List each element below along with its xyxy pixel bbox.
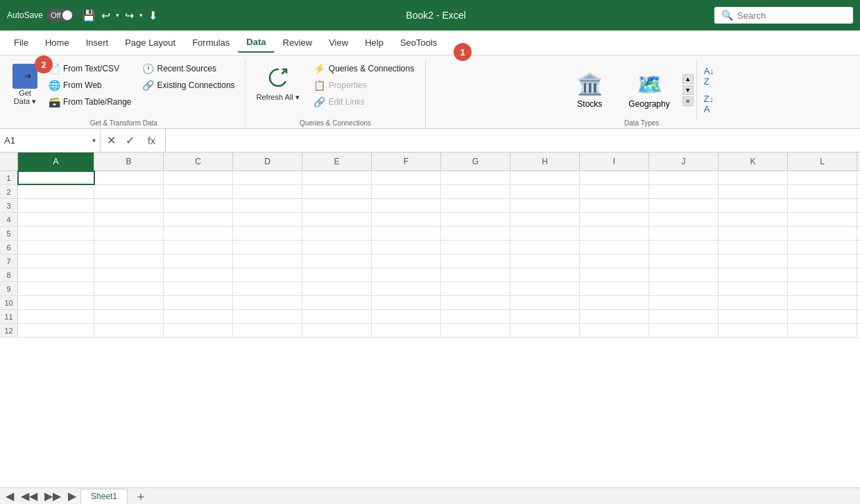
cell-C10[interactable] bbox=[164, 296, 233, 309]
cell-J6[interactable] bbox=[649, 241, 719, 254]
cell-D4[interactable] bbox=[233, 213, 302, 226]
menu-data[interactable]: Data bbox=[238, 33, 274, 53]
cell-H9[interactable] bbox=[510, 282, 580, 295]
cell-L6[interactable] bbox=[788, 241, 857, 254]
edit-links-btn[interactable]: 🔗 Edit Links bbox=[308, 94, 420, 110]
cell-H6[interactable] bbox=[510, 241, 580, 254]
cell-F4[interactable] bbox=[372, 213, 441, 226]
cell-K8[interactable] bbox=[719, 268, 788, 281]
cell-H12[interactable] bbox=[510, 324, 580, 337]
search-input[interactable] bbox=[737, 10, 841, 21]
cell-G3[interactable] bbox=[441, 199, 510, 212]
cell-B3[interactable] bbox=[94, 199, 164, 212]
cell-L9[interactable] bbox=[788, 282, 857, 295]
cell-C7[interactable] bbox=[164, 254, 233, 268]
cell-E11[interactable] bbox=[302, 310, 372, 323]
cell-A6[interactable] bbox=[18, 241, 94, 254]
cell-L2[interactable] bbox=[788, 185, 857, 198]
cell-A2[interactable] bbox=[18, 185, 94, 198]
cell-C3[interactable] bbox=[164, 199, 233, 212]
redo-icon[interactable]: ↪ bbox=[125, 9, 134, 22]
cell-I5[interactable] bbox=[580, 227, 649, 240]
cell-A8[interactable] bbox=[18, 268, 94, 281]
cell-E12[interactable] bbox=[302, 324, 372, 337]
cell-C12[interactable] bbox=[164, 324, 233, 337]
cell-B12[interactable] bbox=[94, 324, 164, 337]
cell-D7[interactable] bbox=[233, 254, 302, 268]
cell-F11[interactable] bbox=[372, 310, 441, 323]
cell-D10[interactable] bbox=[233, 296, 302, 309]
cell-K3[interactable] bbox=[719, 199, 788, 212]
from-text-csv-btn[interactable]: 📄 From Text/CSV bbox=[44, 61, 136, 76]
cell-F3[interactable] bbox=[372, 199, 441, 212]
cell-H1[interactable] bbox=[510, 171, 580, 184]
tab-nav-next[interactable]: ▶ bbox=[65, 489, 79, 503]
col-header-l[interactable]: L bbox=[788, 153, 857, 171]
cell-B5[interactable] bbox=[94, 227, 164, 240]
formula-cancel-btn[interactable]: ✕ bbox=[105, 134, 118, 147]
cell-G11[interactable] bbox=[441, 310, 510, 323]
formula-fx-btn[interactable]: fx bbox=[142, 135, 161, 146]
col-header-b[interactable]: B bbox=[94, 153, 164, 171]
cell-B1[interactable] bbox=[94, 171, 164, 184]
refresh-all-button[interactable]: Refresh All ▾ bbox=[251, 61, 305, 105]
search-box[interactable]: 🔍 bbox=[714, 7, 853, 24]
cell-E10[interactable] bbox=[302, 296, 372, 309]
tab-nav-first[interactable]: ◀◀ bbox=[18, 489, 40, 503]
cell-A10[interactable] bbox=[18, 296, 94, 309]
name-box[interactable]: A1 ▾ bbox=[0, 129, 101, 152]
cell-E7[interactable] bbox=[302, 254, 372, 268]
cell-D11[interactable] bbox=[233, 310, 302, 323]
cell-H3[interactable] bbox=[510, 199, 580, 212]
cell-I1[interactable] bbox=[580, 171, 649, 184]
menu-view[interactable]: View bbox=[320, 33, 356, 52]
cell-I2[interactable] bbox=[580, 185, 649, 198]
cell-G6[interactable] bbox=[441, 241, 510, 254]
cell-B10[interactable] bbox=[94, 296, 164, 309]
cell-C2[interactable] bbox=[164, 185, 233, 198]
cell-L12[interactable] bbox=[788, 324, 857, 337]
cell-C5[interactable] bbox=[164, 227, 233, 240]
cell-C11[interactable] bbox=[164, 310, 233, 323]
undo-dropdown-icon[interactable]: ▾ bbox=[116, 12, 119, 19]
autosave-toggle[interactable]: Off bbox=[47, 9, 74, 21]
cell-E5[interactable] bbox=[302, 227, 372, 240]
queries-connections-btn[interactable]: ⚡ Queries & Connections bbox=[308, 61, 420, 76]
cell-J7[interactable] bbox=[649, 254, 719, 268]
cell-F6[interactable] bbox=[372, 241, 441, 254]
col-header-f[interactable]: F bbox=[372, 153, 441, 171]
cell-K1[interactable] bbox=[719, 171, 788, 184]
cell-G1[interactable] bbox=[441, 171, 510, 184]
cell-K12[interactable] bbox=[719, 324, 788, 337]
cell-I10[interactable] bbox=[580, 296, 649, 309]
cell-L10[interactable] bbox=[788, 296, 857, 309]
col-header-a[interactable]: A bbox=[18, 153, 94, 171]
cell-K10[interactable] bbox=[719, 296, 788, 309]
col-header-h[interactable]: H bbox=[510, 153, 580, 171]
cell-C9[interactable] bbox=[164, 282, 233, 295]
save-icon[interactable]: 💾 bbox=[82, 9, 96, 22]
cell-G7[interactable] bbox=[441, 254, 510, 268]
cell-K6[interactable] bbox=[719, 241, 788, 254]
cell-E3[interactable] bbox=[302, 199, 372, 212]
menu-home[interactable]: Home bbox=[37, 33, 78, 52]
cell-L3[interactable] bbox=[788, 199, 857, 212]
from-table-btn[interactable]: 🗃️ From Table/Range bbox=[44, 94, 136, 110]
tab-nav-last[interactable]: ▶▶ bbox=[42, 489, 64, 503]
cell-J4[interactable] bbox=[649, 213, 719, 226]
cell-E2[interactable] bbox=[302, 185, 372, 198]
menu-help[interactable]: Help bbox=[356, 33, 392, 52]
cell-F9[interactable] bbox=[372, 282, 441, 295]
col-header-e[interactable]: E bbox=[302, 153, 372, 171]
cell-B9[interactable] bbox=[94, 282, 164, 295]
sort-az-btn[interactable]: A↓Z bbox=[700, 64, 719, 89]
customize-icon[interactable]: ⬇ bbox=[148, 9, 157, 22]
cell-K11[interactable] bbox=[719, 310, 788, 323]
cell-B6[interactable] bbox=[94, 241, 164, 254]
cell-J1[interactable] bbox=[649, 171, 719, 184]
cell-J5[interactable] bbox=[649, 227, 719, 240]
formula-input[interactable] bbox=[166, 135, 860, 146]
cell-F8[interactable] bbox=[372, 268, 441, 281]
cell-H8[interactable] bbox=[510, 268, 580, 281]
cell-J9[interactable] bbox=[649, 282, 719, 295]
